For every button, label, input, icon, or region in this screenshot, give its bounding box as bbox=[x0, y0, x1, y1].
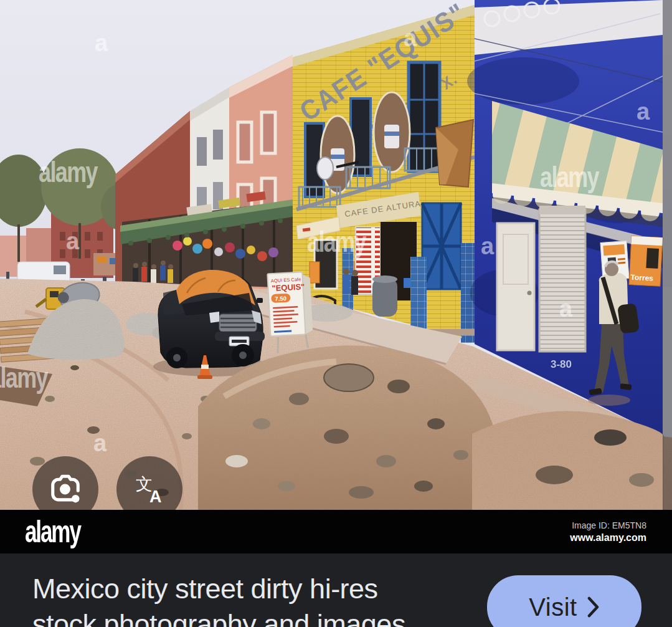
svg-text:a: a bbox=[637, 98, 650, 125]
chevron-right-icon bbox=[587, 596, 600, 618]
google-lens-icon bbox=[49, 472, 82, 506]
svg-text:a: a bbox=[95, 30, 108, 56]
source-website: www.alamy.com bbox=[570, 531, 646, 544]
poster-name: Torres bbox=[630, 273, 653, 283]
stock-photo-viewer[interactable]: CAFE "EQUIS" LA CASA DEL CAFE X. bbox=[0, 0, 672, 510]
svg-text:A: A bbox=[149, 487, 162, 506]
cafe-equis-building: CAFE "EQUIS" LA CASA DEL CAFE X. bbox=[293, 0, 476, 343]
street-scene-illustration: CAFE "EQUIS" LA CASA DEL CAFE X. bbox=[0, 0, 672, 510]
result-bottom-sheet: Mexico city street dirty hi-res stock ph… bbox=[0, 553, 672, 627]
svg-text:alamy: alamy bbox=[39, 156, 98, 188]
result-title-line1: Mexico city street dirty hi-res bbox=[32, 571, 481, 606]
google-lens-result-screen: CAFE "EQUIS" LA CASA DEL CAFE X. bbox=[0, 0, 672, 627]
svg-text:a: a bbox=[66, 228, 80, 254]
svg-text:alamy: alamy bbox=[540, 161, 600, 193]
visit-button-label: Visit bbox=[529, 593, 577, 621]
right-dirt bbox=[472, 411, 664, 510]
board-line2: "EQUIS" bbox=[272, 282, 305, 293]
roller-shutter bbox=[539, 209, 585, 352]
svg-text:a: a bbox=[481, 233, 495, 259]
result-title-line2: stock photography and images bbox=[32, 606, 481, 627]
svg-text:a: a bbox=[404, 25, 417, 51]
board-price: 7.50 bbox=[275, 295, 286, 302]
alamy-logo: alamy bbox=[25, 516, 80, 547]
attribution-details: Image ID: EM5TN8 www.alamy.com bbox=[570, 520, 646, 544]
image-attribution-bar: alamy Image ID: EM5TN8 www.alamy.com bbox=[0, 510, 672, 553]
election-poster-orange: Torres bbox=[629, 236, 663, 287]
svg-text:alamy: alamy bbox=[307, 226, 367, 258]
image-id-label: Image ID: EM5TN8 bbox=[570, 520, 646, 531]
svg-text:a: a bbox=[559, 295, 573, 322]
wall-number: 3-80 bbox=[551, 358, 572, 370]
translate-icon: 文 A bbox=[133, 472, 166, 506]
svg-text:alamy: alamy bbox=[0, 362, 49, 394]
result-title: Mexico city street dirty hi-res stock ph… bbox=[32, 571, 481, 627]
visit-button[interactable]: Visit bbox=[487, 575, 641, 627]
svg-text:a: a bbox=[93, 430, 107, 456]
